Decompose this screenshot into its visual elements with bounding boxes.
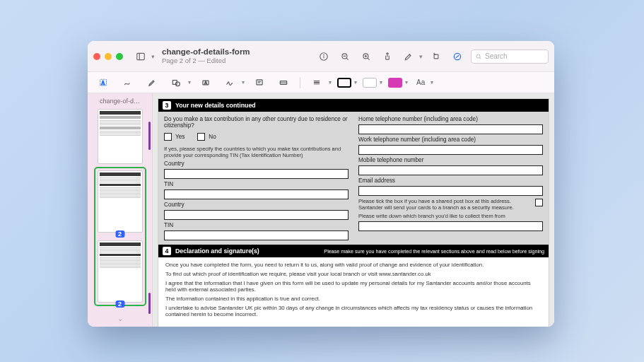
sidebar-doc-label: change-of-d… (100, 98, 140, 105)
info-button[interactable] (316, 49, 332, 64)
tin-input-1[interactable] (164, 189, 349, 199)
mobile-phone-label: Mobile telephone number (358, 157, 543, 163)
section-3-right-column: Home telephone number (including area co… (358, 116, 543, 240)
postbox-notice: Please tick the box if you have a shared… (358, 198, 531, 211)
tin-label-2: TIN (164, 222, 349, 228)
toolbar-divider (300, 77, 300, 88)
sketch-tool-button[interactable] (119, 76, 137, 90)
select-tool-button[interactable]: A (95, 76, 113, 90)
email-input[interactable] (358, 186, 543, 196)
home-phone-input[interactable] (358, 124, 543, 134)
svg-line-9 (368, 58, 370, 60)
declaration-p1: Once you have completed the form, you ne… (165, 262, 541, 268)
page-thumbnail-2a[interactable]: 2 (98, 170, 143, 233)
page-thumbnail-2b[interactable]: 2 (98, 240, 143, 303)
tin-label-1: TIN (164, 181, 349, 187)
markup-toggle-button[interactable] (450, 49, 465, 64)
thumbnail-sidebar: change-of-d… 2 (88, 93, 153, 327)
draw-tool-button[interactable] (143, 76, 161, 90)
document-title-block: change-of-details-form Page 2 of 2 — Edi… (162, 47, 250, 64)
zoom-out-button[interactable] (337, 49, 353, 64)
scroll-indicator (148, 293, 151, 314)
scroll-down-icon[interactable]: ⌄ (117, 315, 123, 322)
shapes-tool-button[interactable] (167, 76, 185, 90)
sidebar-toggle-button[interactable] (133, 49, 148, 64)
font-style-button[interactable]: Aa (414, 76, 428, 90)
fill-color-well[interactable] (363, 78, 377, 88)
redact-tool-button[interactable] (274, 76, 293, 90)
declaration-p2: To find out which proof of identificatio… (165, 271, 541, 277)
chevron-down-icon: ▾ (405, 79, 408, 86)
section-3-header: 3 Your new details continued (158, 99, 549, 112)
country-label-1: Country (164, 160, 349, 167)
country-label-2: Country (164, 202, 349, 208)
tin-input-2[interactable] (164, 230, 349, 240)
country-input-2[interactable] (164, 210, 349, 220)
text-tool-button[interactable]: A (197, 76, 215, 90)
close-window-button[interactable] (93, 53, 100, 60)
postbox-checkbox[interactable] (535, 199, 543, 206)
chevron-down-icon: ▾ (329, 79, 332, 86)
zoom-in-button[interactable] (358, 49, 374, 64)
declaration-p3: I agree that the information that I have… (165, 280, 541, 293)
share-button[interactable] (380, 49, 395, 64)
svg-point-14 (476, 54, 480, 58)
titlebar: ▾ change-of-details-form Page 2 of 2 — E… (88, 41, 554, 72)
window-traffic-lights (93, 53, 123, 60)
chevron-down-icon: ▾ (242, 79, 245, 86)
section-4-body: Once you have completed the form, you ne… (158, 257, 549, 322)
editor-body: change-of-d… 2 (88, 93, 554, 327)
chevron-down-icon: ▾ (151, 53, 155, 60)
chevron-down-icon: ▾ (431, 79, 433, 86)
tax-question-label: Do you make a tax contribution in any ot… (164, 116, 349, 129)
selected-thumbnail-group[interactable]: 2 2 (94, 167, 146, 306)
email-label: Email address (358, 177, 543, 184)
note-tool-button[interactable] (250, 76, 269, 90)
page-thumbnail-1[interactable] (98, 109, 143, 164)
section-title: Declaration and signature(s) (175, 247, 259, 255)
highlight-button[interactable] (401, 49, 416, 64)
chevron-down-icon: ▾ (354, 79, 357, 86)
declaration-p5: I undertake to advise Santander UK plc w… (165, 305, 541, 317)
search-placeholder: Search (485, 52, 508, 60)
search-icon (475, 53, 482, 60)
sign-tool-button[interactable] (221, 76, 239, 90)
shape-color-well[interactable] (388, 78, 402, 88)
page-count-badge: 2 (115, 230, 124, 238)
mobile-phone-input[interactable] (358, 165, 543, 175)
chevron-down-icon: ▾ (419, 53, 423, 60)
yes-label: Yes (175, 134, 185, 140)
chevron-down-icon: ▾ (380, 79, 382, 86)
work-phone-label: Work telephone number (including area co… (358, 136, 543, 143)
svg-line-15 (479, 57, 481, 59)
branch-input[interactable] (358, 221, 543, 231)
section-header-notice: Please make sure you have completed the … (324, 248, 544, 255)
minimize-window-button[interactable] (105, 53, 112, 60)
svg-rect-0 (137, 53, 145, 59)
section-4-header: 4 Declaration and signature(s) Please ma… (158, 245, 549, 257)
svg-rect-22 (257, 79, 262, 84)
svg-point-4 (324, 54, 324, 55)
maximize-window-button[interactable] (116, 53, 123, 60)
rotate-button[interactable] (428, 49, 444, 64)
stroke-color-well[interactable] (337, 78, 351, 88)
work-phone-input[interactable] (358, 145, 543, 155)
yes-checkbox[interactable] (164, 133, 172, 141)
markup-toolbar: A ▾ A ▾ ▾ ▾ ▾ ▾ (88, 72, 554, 93)
document-subtitle: Page 2 of 2 — Edited (162, 57, 250, 65)
search-field[interactable]: Search (471, 49, 549, 64)
branch-label: Please write down which branch you'd lik… (358, 213, 543, 219)
svg-line-6 (346, 58, 349, 60)
pdf-editor-window: ▾ change-of-details-form Page 2 of 2 — E… (88, 41, 554, 327)
page-canvas[interactable]: 3 Your new details continued Do you make… (153, 93, 554, 327)
declaration-p4: The information contained in this applic… (165, 296, 541, 302)
line-style-button[interactable] (308, 76, 326, 90)
document-title: change-of-details-form (162, 47, 250, 57)
no-checkbox[interactable] (197, 133, 205, 141)
section-number: 4 (163, 247, 171, 255)
page-count-badge: 2 (115, 300, 124, 308)
section-title: Your new details continued (175, 102, 256, 109)
section-3-left-column: Do you make a tax contribution in any ot… (164, 116, 349, 240)
country-input-1[interactable] (164, 169, 349, 179)
svg-rect-12 (434, 54, 438, 59)
